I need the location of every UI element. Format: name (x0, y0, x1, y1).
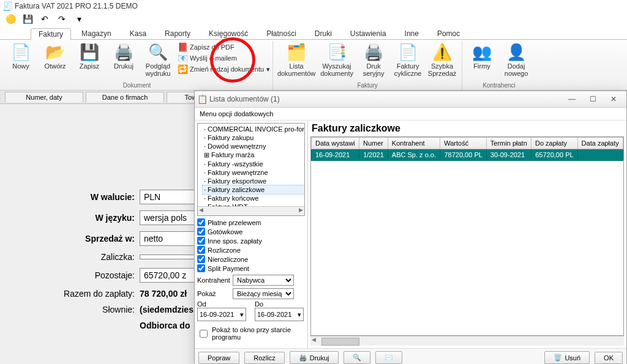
grid-column-header[interactable]: Numer (359, 138, 388, 149)
tab-magazyn[interactable]: Magazyn (73, 28, 119, 39)
grid-column-header[interactable]: Termin płatn (486, 138, 531, 149)
filter-check[interactable]: Split Payment (197, 264, 305, 272)
tab-księgowość[interactable]: Księgowość (201, 28, 256, 39)
show-on-start-check-input[interactable] (200, 330, 208, 338)
search-icon-button[interactable]: 🔍 (344, 351, 370, 364)
ribbon-otworz-button[interactable]: 📂 Otwórz (38, 41, 72, 81)
ribbon-zapisz-button[interactable]: 💾 Zapisz (72, 41, 107, 81)
tab-druki[interactable]: Druki (307, 28, 340, 39)
ribbon-druk-seryjny-button[interactable]: 🖨️ Druk seryjny (356, 41, 391, 81)
ribbon: 📄 Nowy 📂 Otwórz 💾 Zapisz 🖨️ Drukuj 🔍 Pod… (0, 40, 627, 91)
dialog-titlebar[interactable]: 📋 Lista dokumentów (1) — ☐ ✕ (195, 91, 626, 108)
popraw-button[interactable]: Popraw (198, 352, 239, 364)
tab-pomoc[interactable]: Pomoc (429, 28, 468, 39)
close-button[interactable]: ✕ (603, 94, 624, 105)
kontrahent-select[interactable]: Nabywca (233, 275, 294, 286)
ribbon-wyslij-email-button[interactable]: 📧 Wyślij e-mailem (178, 53, 270, 63)
ribbon-dodaj-nowego-button[interactable]: 👤 Dodaj nowego (499, 41, 533, 81)
filter-check[interactable]: Inne spos. zapłaty (197, 237, 305, 245)
filter-check-input[interactable] (197, 228, 205, 236)
pokaz-select[interactable]: Bieżący miesiąc (233, 288, 294, 299)
do-date-input[interactable]: 16-09-2021▾ (255, 308, 304, 321)
ok-button[interactable]: OK (595, 352, 623, 364)
filter-check-label: Płatne przelewem (208, 219, 261, 226)
tree-node[interactable]: · Faktury zakupu (203, 133, 304, 142)
filter-check-input[interactable] (197, 218, 205, 226)
grid-column-header[interactable]: Wartość (440, 138, 487, 149)
sheet-tab[interactable]: Dane o firmach (86, 92, 164, 102)
tree-node[interactable]: · Faktury wewnętrzne (203, 168, 304, 177)
ribbon-wyszukaj-button[interactable]: 📑 Wyszukaj dokumenty (317, 41, 356, 81)
qat-undo-icon[interactable]: ↶ (38, 13, 51, 25)
filter-check[interactable]: Gotówkowe (197, 228, 305, 236)
ribbon-drukuj-button[interactable]: 🖨️ Drukuj (107, 41, 141, 81)
qat-redo-icon[interactable]: ↷ (55, 13, 69, 25)
filter-check[interactable]: Płatne przelewem (197, 218, 305, 226)
grid-column-header[interactable]: Data zapłaty (577, 138, 623, 149)
tab-płatności[interactable]: Płatności (258, 28, 304, 39)
filter-check-input[interactable] (197, 246, 205, 254)
tree-node[interactable]: · COMMERCIAL INVOICE pro-for (203, 125, 304, 133)
filter-check[interactable]: Rozliczone (197, 246, 305, 254)
tree-node[interactable]: · Dowód wewnętrzny (203, 142, 304, 150)
tree-node[interactable]: · Faktury zaliczkowe (203, 185, 304, 194)
minimize-button[interactable]: — (561, 94, 582, 105)
grid-hscroll[interactable] (310, 336, 624, 346)
tree-node[interactable]: · Faktury eksportowe (203, 177, 304, 185)
grid-column-header[interactable]: Kontrahent (388, 138, 440, 149)
lista-dokumentow-dialog: 📋 Lista dokumentów (1) — ☐ ✕ Menu opcji … (194, 91, 627, 364)
filter-check-input[interactable] (197, 255, 205, 263)
tree-node[interactable]: · Faktury -wszystkie (203, 160, 304, 168)
quick-access-toolbar: 🟡 💾 ↶ ↷ ▾ (0, 12, 627, 26)
mail-icon-button[interactable]: ✉️ (375, 351, 402, 364)
filter-check[interactable]: Nierozliczone (197, 255, 305, 263)
tab-inne[interactable]: Inne (397, 28, 427, 39)
window-titlebar: 🧾 Faktura VAT 2021 PRO 21.1.5 DEMO (0, 0, 627, 12)
ribbon-label: Podgląd wydruku (142, 63, 174, 77)
qat-dropdown-icon[interactable]: ▾ (72, 13, 86, 25)
filter-check-input[interactable] (197, 237, 205, 245)
filter-check-input[interactable] (197, 264, 205, 272)
usun-button[interactable]: 🗑️ Usuń (544, 351, 590, 364)
tree-node[interactable]: · Faktury końcowe (203, 194, 304, 202)
od-label: Od (197, 300, 246, 308)
maximize-button[interactable]: ☐ (582, 94, 603, 105)
search-icon: 🔍 (353, 354, 361, 362)
ribbon-zmien-rodzaj-button[interactable]: 🔁 Zmień rodzaj dokumentu▾ (178, 64, 270, 74)
grid-column-header[interactable]: Data wystawi (312, 138, 359, 149)
grid-title: Faktury zaliczkowe (312, 123, 624, 134)
rozlicz-button[interactable]: Rozlicz (244, 352, 284, 364)
tree-hscroll[interactable] (198, 206, 304, 215)
dialog-menu[interactable]: Menu opcji dodatkowych (195, 108, 626, 121)
qat-app-icon[interactable]: 🟡 (4, 13, 17, 25)
invoice-grid[interactable]: Data wystawiNumerKontrahentWartośćTermin… (310, 136, 624, 336)
tab-kasa[interactable]: Kasa (122, 28, 154, 39)
tree-node[interactable]: ⊞ Faktury marża (203, 150, 304, 160)
qat-save-icon[interactable]: 💾 (21, 13, 34, 25)
show-on-start-checkbox[interactable]: Pokaż to okno przy starcie programu (197, 321, 305, 341)
sheet-tab[interactable]: Numer, daty (5, 92, 83, 102)
od-date-input[interactable]: 16-09-2021▾ (197, 308, 246, 321)
do-label: Do (255, 300, 304, 308)
doc-type-tree[interactable]: · COMMERCIAL INVOICE pro-for· Faktury za… (197, 123, 305, 216)
ribbon-tabs: FakturyMagazynKasaRaportyKsięgowośćPłatn… (0, 26, 627, 40)
ribbon-label: Drukuj (114, 63, 133, 70)
grid-row[interactable]: 16-09-20211/2021ABC Sp. z o.o.78720,00 P… (312, 149, 623, 161)
ribbon-faktury-cykliczne-button[interactable]: 📄 Faktury cykliczne (391, 41, 425, 81)
ribbon-szybka-sprzedaz-button[interactable]: ⚠️ Szybka Sprzedaż (425, 41, 459, 81)
ribbon-podglad-button[interactable]: 🔍 Podgląd wydruku (141, 41, 175, 81)
ribbon-label: Dodaj nowego (500, 63, 532, 77)
window-title: Faktura VAT 2021 PRO 21.1.5 DEMO (15, 2, 138, 10)
ribbon-lista-dokumentow-button[interactable]: 🗂️ Lista dokumentów (276, 41, 317, 81)
drukuj-button[interactable]: 🖨️ Drukuj (290, 351, 339, 364)
grid-column-header[interactable]: Do zapłaty (531, 138, 577, 149)
odbiorca-label: Odbiorca do (140, 321, 190, 330)
ribbon-label: Zapisz (80, 63, 99, 70)
tab-raporty[interactable]: Raporty (157, 28, 198, 39)
ribbon-firmy-button[interactable]: 👥 Firmy (465, 41, 499, 81)
serial-print-icon: 🖨️ (363, 42, 384, 63)
tab-faktury[interactable]: Faktury (31, 28, 71, 40)
tab-ustawienia[interactable]: Ustawienia (342, 28, 394, 39)
ribbon-nowy-button[interactable]: 📄 Nowy (4, 41, 38, 81)
ribbon-zapisz-pdf-button[interactable]: 📕 Zapisz do PDF (178, 42, 270, 52)
